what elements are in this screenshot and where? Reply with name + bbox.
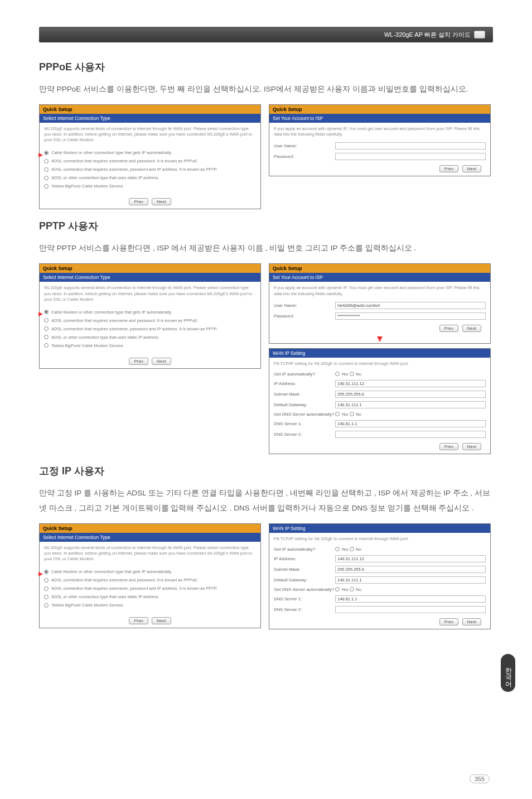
arrow-down-icon [377,336,383,342]
radio-telstra[interactable]: Telstra BigPond Cable Modem Service. [44,341,256,350]
radio-cable-modem[interactable]: Cable Modem or other connection type tha… [44,148,256,157]
yes-no-toggle[interactable]: YesNo [335,372,361,377]
connection-type-radios: Cable Modem or other connection type tha… [40,146,260,195]
quick-setup-title: Quick Setup [40,264,260,273]
prev-button[interactable]: Prev [129,198,148,205]
section-pppoe-title: PPPoE 사용자 [39,60,493,74]
next-button[interactable]: Next [462,618,481,625]
ip-address-input[interactable] [335,555,486,562]
nav-buttons: Prev Next [269,321,490,335]
password-input[interactable] [335,312,486,320]
radio-dot-icon [335,412,340,416]
nav-buttons: Prev Next [269,440,490,454]
radio-pptp[interactable]: ADSL connection that requires username, … [44,165,256,174]
dns1-input[interactable] [335,420,486,427]
radio-pppoe[interactable]: ADSL connection that requires username a… [44,157,256,165]
yes-no-toggle[interactable]: YesNo [335,547,361,552]
prev-button[interactable]: Prev [129,617,148,624]
radio-pptp[interactable]: ADSL connection that requires username, … [44,325,256,333]
prev-button[interactable]: Prev [439,618,458,625]
subnet-mask-input[interactable] [335,391,486,398]
default-gateway-input[interactable] [335,576,486,584]
get-ip-auto-row: Get IP automatically? YesNo [269,370,490,378]
section-pptp-body: 만약 PPTP 서비스를 사용한다면 , ISP 에서 제공받은 사용자 이름 … [39,240,493,256]
select-connection-header: Select Internet Connection Type [40,533,260,542]
username-row: User Name: [269,300,490,311]
get-ip-auto-label: Get IP automatically? [274,547,335,552]
radio-dot-icon [44,176,49,180]
quick-setup-title: Quick Setup [269,264,490,273]
get-ip-auto-row: Get IP automatically? YesNo [269,545,490,553]
nav-buttons: Prev Next [269,615,490,629]
get-ip-auto-label: Get IP automatically? [274,372,335,377]
dns2-input[interactable] [335,431,486,438]
radio-dot-icon [350,412,354,416]
radio-pppoe[interactable]: ADSL connection that requires username a… [44,316,256,325]
password-input[interactable] [335,153,486,160]
radio-dot-icon [44,595,49,599]
subnet-mask-input[interactable] [335,566,486,573]
username-input[interactable] [335,302,486,309]
radio-dot-icon [44,578,49,583]
radio-dot-icon [335,587,340,591]
next-button[interactable]: Next [152,358,171,365]
next-button[interactable]: Next [152,617,171,624]
radio-pppoe[interactable]: ADSL connection that requires username a… [44,576,256,584]
username-input[interactable] [335,142,486,150]
radio-static-ip[interactable]: ADSL or other connection type that uses … [44,333,256,341]
radio-telstra[interactable]: Telstra BigPond Cable Modem Service. [44,601,256,609]
dns1-label: DNS Server 1: [274,421,335,426]
yes-no-toggle[interactable]: YesNo [335,412,361,417]
subnet-mask-label: Subnet Mask: [274,392,335,397]
ip-address-input[interactable] [335,380,486,387]
quick-setup-intro: WL320gE supports several kinds of connec… [40,123,260,146]
dns2-input[interactable] [335,606,486,613]
get-dns-auto-label: Get DNS Server automatically? [274,587,335,592]
isp-account-panel-pppoe: Quick Setup Set Your Account to ISP If y… [269,104,491,176]
default-gateway-input[interactable] [335,401,486,408]
radio-dot-icon [44,151,49,155]
next-button[interactable]: Next [462,443,481,450]
radio-telstra[interactable]: Telstra BigPond Cable Modem Service. [44,182,256,190]
device-icon [474,31,485,38]
prev-button[interactable]: Prev [439,325,458,332]
dns2-label: DNS Server 2: [274,607,335,612]
radio-static-ip[interactable]: ADSL or other connection type that uses … [44,174,256,182]
quick-setup-panel-pptp-left: Quick Setup Select Internet Connection T… [39,263,261,368]
radio-dot-icon [44,159,49,163]
radio-cable-modem[interactable]: Cable Modem or other connection type tha… [44,308,256,316]
username-label: User Name: [274,143,335,148]
next-button[interactable]: Next [462,325,481,332]
subnet-mask-row: Subnet Mask: [269,564,490,575]
isp-account-intro: If you apply an account with dynamic IP,… [269,282,490,300]
ip-address-row: IP Address: [269,378,490,389]
select-connection-header: Select Internet Connection Type [40,273,260,282]
username-label: User Name: [274,303,335,308]
dns1-input[interactable] [335,595,486,603]
radio-dot-icon [44,586,49,591]
quick-setup-intro: WL320gE supports several kinds of connec… [40,282,260,305]
prev-button[interactable]: Prev [439,165,458,172]
prev-button[interactable]: Prev [439,443,458,450]
password-label: Password: [274,314,335,319]
yes-no-toggle[interactable]: YesNo [335,587,361,592]
radio-static-ip[interactable]: ADSL or other connection type that uses … [44,593,256,601]
next-button[interactable]: Next [152,198,171,205]
pppoe-figure-row: Quick Setup Select Internet Connection T… [39,104,493,209]
isp-account-panel-pptp: Quick Setup Set Your Account to ISP If y… [269,263,491,343]
password-label: Password: [274,154,335,159]
get-dns-auto-label: Get DNS Server automatically? [274,412,335,417]
nav-buttons: Prev Next [269,162,490,176]
default-gateway-label: Default Gateway: [274,402,335,407]
pptp-figure-row: Quick Setup Select Internet Connection T… [39,263,493,454]
next-button[interactable]: Next [462,165,481,172]
nav-buttons: Prev Next [40,354,260,368]
radio-dot-icon [350,587,354,591]
prev-button[interactable]: Prev [129,358,148,365]
quick-setup-title: Quick Setup [40,524,260,533]
wan-ip-header: WAN IP Setting [269,524,490,533]
quick-setup-panel-static-left: Quick Setup Select Internet Connection T… [39,523,261,628]
radio-pptp[interactable]: ADSL connection that requires username, … [44,584,256,593]
radio-cable-modem[interactable]: Cable Modem or other connection type tha… [44,567,256,576]
quick-setup-title: Quick Setup [40,105,260,114]
